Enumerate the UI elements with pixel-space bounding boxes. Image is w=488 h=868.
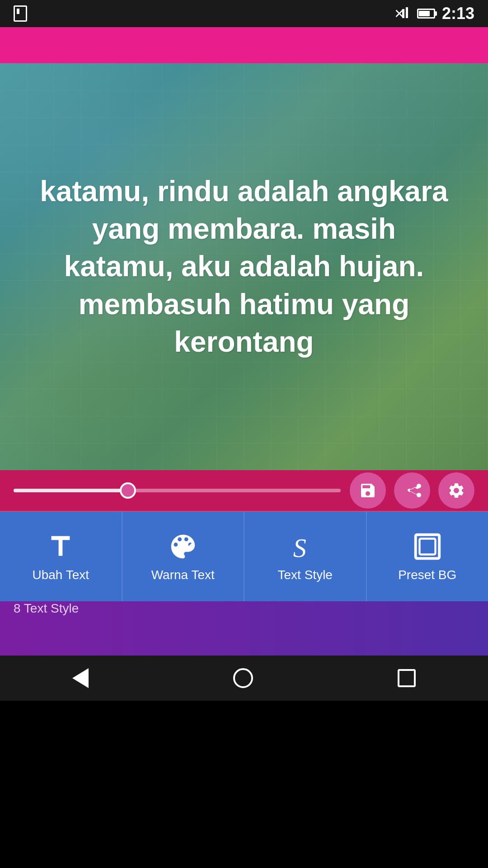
text-icon xyxy=(45,531,76,562)
text-style-label: Text Style xyxy=(278,568,333,582)
action-buttons xyxy=(350,472,474,509)
warna-text-button[interactable]: Warna Text xyxy=(122,512,245,601)
recent-button[interactable] xyxy=(398,669,416,687)
signal-icon: ✕ xyxy=(394,5,410,22)
sd-card-icon xyxy=(14,5,27,22)
tools-row: Ubah Text Warna Text S Text Style Prese xyxy=(0,511,488,601)
svg-rect-6 xyxy=(419,539,435,555)
canvas-area[interactable]: katamu, rindu adalah angkara yang membar… xyxy=(0,63,488,470)
save-icon xyxy=(359,481,377,500)
recent-icon xyxy=(398,669,416,687)
share-icon xyxy=(403,481,421,500)
back-button[interactable] xyxy=(72,668,89,688)
style-panel-label: 8 Text Style xyxy=(0,594,92,622)
back-icon xyxy=(72,668,89,688)
svg-rect-1 xyxy=(402,9,404,18)
share-button[interactable] xyxy=(394,472,430,509)
status-left xyxy=(14,5,27,22)
status-bar: ✕ 2:13 xyxy=(0,0,488,27)
home-icon xyxy=(233,668,253,688)
settings-icon xyxy=(447,481,465,500)
sub-panel: 8 Text Style xyxy=(0,601,488,656)
palette-icon xyxy=(167,531,199,562)
settings-button[interactable] xyxy=(438,472,474,509)
status-right: ✕ 2:13 xyxy=(394,4,474,23)
home-button[interactable] xyxy=(233,668,253,688)
battery-icon xyxy=(417,9,435,19)
preset-bg-button[interactable]: Preset BG xyxy=(367,512,488,601)
save-button[interactable] xyxy=(350,472,386,509)
slider-fill xyxy=(14,489,128,492)
warna-text-label: Warna Text xyxy=(151,568,215,582)
slider-thumb[interactable] xyxy=(120,482,136,499)
ubah-text-label: Ubah Text xyxy=(32,568,89,582)
svg-text:S: S xyxy=(293,533,306,562)
text-style-button[interactable]: S Text Style xyxy=(244,512,367,601)
font-size-slider[interactable] xyxy=(14,489,341,492)
svg-rect-2 xyxy=(406,7,408,18)
script-icon: S xyxy=(289,531,321,562)
status-time: 2:13 xyxy=(442,4,474,23)
preset-bg-label: Preset BG xyxy=(398,568,456,582)
navigation-bar xyxy=(0,656,488,701)
bottom-controls: Ubah Text Warna Text S Text Style Prese xyxy=(0,470,488,601)
canvas-quote-text[interactable]: katamu, rindu adalah angkara yang membar… xyxy=(37,173,451,361)
ubah-text-button[interactable]: Ubah Text xyxy=(0,512,122,601)
pink-header-bar xyxy=(0,27,488,63)
slider-row xyxy=(0,470,488,511)
frame-icon xyxy=(412,531,443,562)
